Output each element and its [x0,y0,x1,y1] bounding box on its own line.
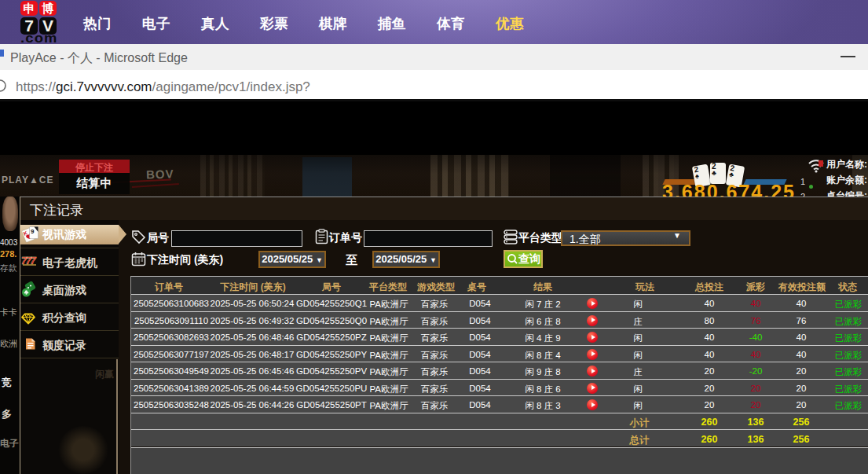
svg-text:9: 9 [31,228,35,235]
